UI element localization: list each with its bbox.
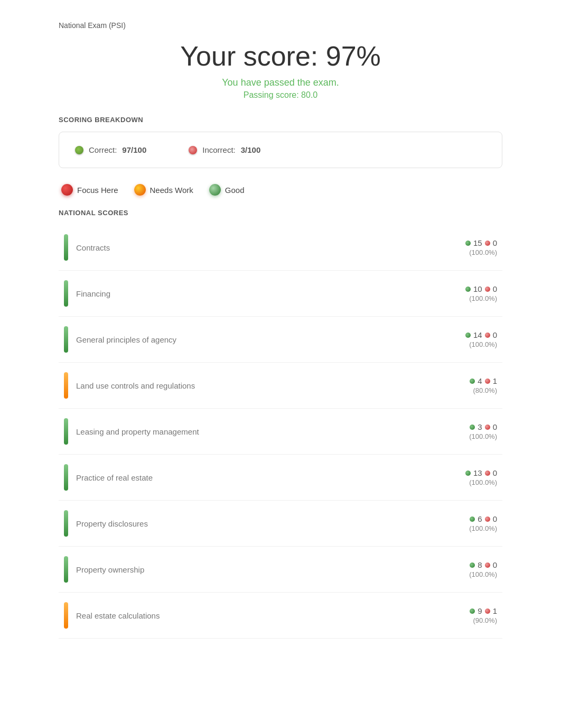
incorrect-dot <box>189 146 197 154</box>
good-dot <box>209 184 221 196</box>
subject-bar <box>64 602 68 629</box>
correct-label: Correct: <box>89 145 117 154</box>
score-inline: 9 1 <box>470 606 497 615</box>
subject-pct: (100.0%) <box>469 340 497 348</box>
needs-work-label: Needs Work <box>150 186 193 195</box>
score-heading: Your score: 97% <box>59 40 502 72</box>
score-numbers: 13 0 (100.0%) <box>434 468 497 486</box>
subject-pct: (100.0%) <box>469 478 497 486</box>
correct-dot-sm <box>465 333 471 338</box>
incorrect-dot-sm <box>485 287 490 292</box>
score-numbers: 10 0 (100.0%) <box>434 284 497 302</box>
score-numbers: 9 1 (90.0%) <box>434 606 497 624</box>
subjects-list: Contracts 15 0 (100.0%) Financing 10 0 (… <box>59 225 502 639</box>
subject-name: Financing <box>76 289 434 298</box>
score-inline: 4 1 <box>470 376 497 385</box>
incorrect-label: Incorrect: <box>202 145 236 154</box>
passing-score: Passing score: 80.0 <box>59 90 502 100</box>
subject-incorrect: 0 <box>493 422 497 431</box>
correct-dot-sm <box>470 609 475 614</box>
subject-correct: 4 <box>478 376 482 385</box>
subject-name: Practice of real estate <box>76 473 434 482</box>
subject-correct: 14 <box>473 330 482 339</box>
table-row: Property ownership 8 0 (100.0%) <box>59 547 502 593</box>
subject-pct: (100.0%) <box>469 294 497 302</box>
correct-dot-sm <box>470 517 475 522</box>
national-scores-title: National Scores <box>59 209 502 217</box>
score-numbers: 14 0 (100.0%) <box>434 330 497 348</box>
correct-value: 97/100 <box>122 145 146 154</box>
subject-name: Property disclosures <box>76 519 434 528</box>
correct-dot-sm <box>470 379 475 384</box>
legend-focus-here: Focus Here <box>61 184 118 196</box>
subject-pct: (80.0%) <box>473 386 497 394</box>
incorrect-item: Incorrect: 3/100 <box>189 145 260 154</box>
subject-bar <box>64 372 68 399</box>
national-scores-section: National Scores Contracts 15 0 (100.0%) … <box>59 209 502 639</box>
score-numbers: 3 0 (100.0%) <box>434 422 497 440</box>
correct-dot-sm <box>470 563 475 568</box>
incorrect-dot-sm <box>485 379 490 384</box>
score-inline: 10 0 <box>465 284 497 293</box>
legend-needs-work: Needs Work <box>134 184 193 196</box>
subject-name: Land use controls and regulations <box>76 381 434 390</box>
legend-good: Good <box>209 184 245 196</box>
subject-incorrect: 0 <box>493 330 497 339</box>
subject-bar <box>64 464 68 491</box>
subject-pct: (100.0%) <box>469 524 497 532</box>
subject-pct: (100.0%) <box>469 432 497 440</box>
incorrect-dot-sm <box>485 471 490 476</box>
good-label: Good <box>225 186 245 195</box>
table-row: General principles of agency 14 0 (100.0… <box>59 317 502 363</box>
subject-bar <box>64 326 68 353</box>
subject-bar <box>64 234 68 261</box>
score-inline: 15 0 <box>465 238 497 247</box>
correct-dot <box>75 146 83 154</box>
subject-correct: 15 <box>473 238 482 247</box>
subject-incorrect: 0 <box>493 238 497 247</box>
subject-bar <box>64 510 68 537</box>
score-inline: 13 0 <box>465 468 497 477</box>
score-numbers: 8 0 (100.0%) <box>434 560 497 578</box>
subject-correct: 13 <box>473 468 482 477</box>
needs-work-dot <box>134 184 146 196</box>
correct-dot-sm <box>465 471 471 476</box>
table-row: Land use controls and regulations 4 1 (8… <box>59 363 502 409</box>
incorrect-value: 3/100 <box>241 145 261 154</box>
scoring-card: Correct: 97/100 Incorrect: 3/100 <box>59 132 502 168</box>
legend-section: Focus Here Needs Work Good <box>59 184 502 196</box>
subject-correct: 10 <box>473 284 482 293</box>
focus-here-label: Focus Here <box>77 186 118 195</box>
incorrect-dot-sm <box>485 425 490 430</box>
subject-name: Property ownership <box>76 565 434 574</box>
subject-pct: (100.0%) <box>469 248 497 256</box>
subject-name: Leasing and property management <box>76 427 434 436</box>
score-inline: 8 0 <box>470 560 497 569</box>
score-numbers: 6 0 (100.0%) <box>434 514 497 532</box>
table-row: Real estate calculations 9 1 (90.0%) <box>59 593 502 639</box>
score-numbers: 15 0 (100.0%) <box>434 238 497 256</box>
subject-correct: 3 <box>478 422 482 431</box>
correct-dot-sm <box>465 287 471 292</box>
subject-incorrect: 0 <box>493 560 497 569</box>
score-inline: 3 0 <box>470 422 497 431</box>
incorrect-dot-sm <box>485 563 490 568</box>
subject-name: Real estate calculations <box>76 611 434 620</box>
incorrect-dot-sm <box>485 333 490 338</box>
table-row: Leasing and property management 3 0 (100… <box>59 409 502 455</box>
table-row: Financing 10 0 (100.0%) <box>59 271 502 317</box>
subject-pct: (90.0%) <box>473 616 497 624</box>
exam-title: National Exam (PSI) <box>59 21 502 30</box>
subject-correct: 6 <box>478 514 482 523</box>
table-row: Property disclosures 6 0 (100.0%) <box>59 501 502 547</box>
scoring-breakdown-title: SCORING BREAKDOWN <box>59 116 502 124</box>
subject-incorrect: 0 <box>493 284 497 293</box>
subject-bar <box>64 556 68 583</box>
subject-incorrect: 1 <box>493 376 497 385</box>
correct-dot-sm <box>470 425 475 430</box>
subject-name: General principles of agency <box>76 335 434 344</box>
subject-incorrect: 1 <box>493 606 497 615</box>
subject-incorrect: 0 <box>493 468 497 477</box>
subject-name: Contracts <box>76 243 434 252</box>
correct-item: Correct: 97/100 <box>75 145 146 154</box>
